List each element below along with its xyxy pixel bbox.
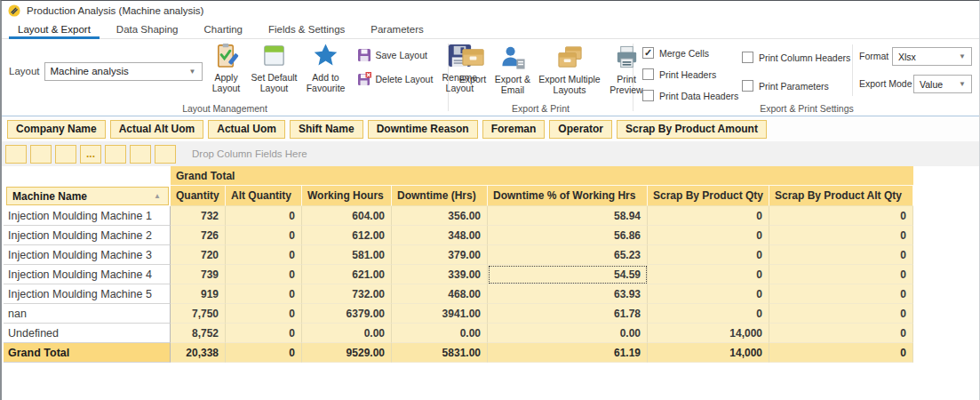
save-layout-button[interactable]: Save Layout	[357, 48, 434, 62]
grand-total-banner[interactable]: Grand Total	[171, 166, 913, 186]
pivot-cell-grand-total[interactable]: 9529.00	[302, 343, 392, 363]
pivot-cell[interactable]: 720	[171, 245, 226, 265]
pivot-cell-grand-total[interactable]: 20,338	[171, 343, 226, 363]
filter-box[interactable]	[105, 145, 126, 164]
pivot-cell[interactable]: 7,750	[171, 304, 226, 324]
pivot-cell[interactable]: 468.00	[392, 284, 488, 304]
pivot-cell[interactable]: 0	[769, 226, 913, 245]
pivot-cell[interactable]: 6379.00	[302, 304, 392, 324]
field-actual-uom[interactable]: Actual Uom	[208, 120, 285, 139]
pivot-cell-grand-total[interactable]: 61.19	[488, 343, 648, 363]
pivot-cell[interactable]: 0.00	[392, 324, 488, 343]
row-header[interactable]: Injection Moulding Machine 5	[4, 284, 171, 304]
merge-cells-checkbox[interactable]: ✓ Merge Cells	[642, 47, 709, 59]
column-header-downtime-pct[interactable]: Downtime % of Working Hrs	[488, 186, 648, 206]
pivot-cell[interactable]: 726	[171, 226, 226, 245]
column-header-scrap-qty[interactable]: Scrap By Product Qty	[648, 186, 769, 206]
field-scrap-by-product-amount[interactable]: Scrap By Product Amount	[617, 120, 767, 139]
pivot-cell[interactable]: 3941.00	[392, 304, 488, 324]
pivot-cell[interactable]: 621.00	[302, 265, 392, 284]
pivot-cell[interactable]: 919	[171, 284, 226, 304]
print-column-headers-checkbox[interactable]: Print Column Headers	[742, 52, 850, 63]
pivot-cell[interactable]: 379.00	[392, 245, 488, 265]
filter-box[interactable]	[5, 145, 27, 164]
export-mode-combobox[interactable]: Value ▼	[913, 75, 972, 93]
print-headers-checkbox[interactable]: Print Headers	[642, 68, 716, 80]
pivot-cell[interactable]: 739	[171, 265, 226, 284]
pivot-cell[interactable]: 0	[226, 304, 302, 324]
filter-box[interactable]	[130, 145, 151, 164]
pivot-cell[interactable]: 63.93	[488, 284, 648, 304]
row-header[interactable]: Undefined	[4, 324, 171, 343]
pivot-cell[interactable]: 0	[769, 324, 913, 343]
pivot-cell[interactable]: 65.23	[488, 245, 648, 265]
pivot-cell[interactable]: 0	[226, 226, 302, 245]
pivot-cell[interactable]: 0.00	[488, 324, 648, 343]
row-header[interactable]: nan	[4, 304, 171, 324]
row-header[interactable]: Injection Moulding Machine 2	[4, 226, 171, 245]
pivot-cell[interactable]: 56.86	[488, 226, 648, 245]
tab-data-shaping[interactable]: Data Shaping	[108, 22, 187, 38]
column-header-working-hours[interactable]: Working Hours	[302, 186, 392, 206]
pivot-cell[interactable]: 356.00	[392, 206, 488, 226]
pivot-cell[interactable]: 0.00	[302, 324, 392, 343]
pivot-cell[interactable]: 58.94	[488, 206, 648, 226]
pivot-cell[interactable]: 8,752	[171, 324, 226, 343]
layout-combobox[interactable]: Machine analysis ▼	[44, 62, 203, 81]
set-default-layout-button[interactable]: Set Default Layout	[247, 39, 302, 94]
pivot-cell[interactable]: 0	[769, 304, 913, 324]
tab-parameters[interactable]: Parameters	[362, 22, 432, 38]
field-downtime-reason[interactable]: Downtime Reason	[368, 120, 478, 139]
pivot-cell[interactable]: 348.00	[392, 226, 488, 245]
pivot-cell[interactable]: 0	[769, 284, 913, 304]
delete-layout-button[interactable]: Delete Layout	[357, 72, 434, 86]
pivot-cell-grand-total[interactable]: 14,000	[648, 343, 769, 363]
pivot-cell[interactable]: 732	[171, 206, 226, 226]
pivot-cell-grand-total[interactable]: 5831.00	[392, 343, 488, 363]
pivot-cell[interactable]: 604.00	[302, 206, 392, 226]
pivot-cell[interactable]: 0	[226, 284, 302, 304]
pivot-cell[interactable]: 0	[648, 265, 769, 284]
pivot-cell[interactable]: 0	[648, 206, 769, 226]
pivot-cell[interactable]: 0	[648, 226, 769, 245]
pivot-cell-grand-total[interactable]: 0	[769, 343, 913, 363]
pivot-cell[interactable]: 0	[226, 265, 302, 284]
pivot-cell[interactable]: 0	[226, 206, 302, 226]
print-data-headers-checkbox[interactable]: Print Data Headers	[642, 90, 738, 101]
tab-layout-export[interactable]: Layout & Export	[9, 22, 100, 38]
pivot-cell-focused[interactable]: 54.59	[488, 265, 648, 284]
pivot-cell[interactable]: 14,000	[648, 324, 769, 343]
pivot-cell[interactable]: 0	[226, 245, 302, 265]
column-header-downtime-hrs[interactable]: Downtime (Hrs)	[392, 186, 488, 206]
pivot-cell[interactable]: 0	[769, 265, 913, 284]
column-header-scrap-alt-qty[interactable]: Scrap By Product Alt Qty	[769, 186, 913, 206]
pivot-cell[interactable]: 612.00	[302, 226, 392, 245]
row-header[interactable]: Injection Moulding Machine 4	[4, 265, 171, 284]
pivot-cell[interactable]: 0	[648, 304, 769, 324]
format-combobox[interactable]: Xlsx ▼	[892, 47, 972, 66]
apply-layout-button[interactable]: Apply Layout	[206, 39, 247, 94]
field-machine-name[interactable]: Machine Name ▲	[6, 187, 169, 205]
pivot-cell[interactable]: 732.00	[302, 284, 392, 304]
filter-box-ellipsis[interactable]: ...	[80, 145, 101, 164]
pivot-cell[interactable]: 0	[769, 245, 913, 265]
pivot-cell[interactable]: 581.00	[302, 245, 392, 265]
pivot-cell[interactable]: 0	[226, 324, 302, 343]
pivot-cell[interactable]: 0	[648, 245, 769, 265]
add-to-favourite-button[interactable]: Add to Favourite	[302, 39, 350, 94]
pivot-cell[interactable]: 339.00	[392, 265, 488, 284]
field-actual-alt-uom[interactable]: Actual Alt Uom	[110, 120, 204, 139]
row-header[interactable]: Injection Moulding Machine 3	[4, 245, 171, 265]
pivot-cell-grand-total[interactable]: 0	[226, 343, 302, 363]
print-parameters-checkbox[interactable]: Print Parameters	[742, 80, 829, 92]
column-header-quantity[interactable]: Quantity	[171, 186, 226, 206]
field-company-name[interactable]: Company Name	[7, 120, 106, 139]
filter-box[interactable]	[30, 145, 52, 164]
column-header-alt-quantity[interactable]: Alt Quantity	[226, 186, 302, 206]
field-operator[interactable]: Operator	[549, 120, 612, 139]
pivot-cell[interactable]: 0	[648, 284, 769, 304]
filter-box[interactable]	[55, 145, 76, 164]
tab-fields-settings[interactable]: Fields & Settings	[259, 22, 354, 38]
filter-box[interactable]	[155, 145, 176, 164]
row-header[interactable]: Injection Moulding Machine 1	[4, 206, 171, 226]
